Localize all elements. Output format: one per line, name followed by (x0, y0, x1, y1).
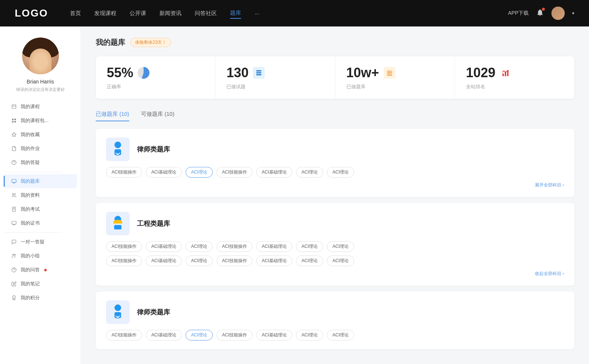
user-name: Brian Harris (27, 79, 54, 85)
svg-rect-24 (257, 72, 262, 74)
sidebar-item-course[interactable]: 我的课程 (4, 100, 77, 114)
sidebar-item-cert[interactable]: 我的证书 (4, 216, 77, 230)
tag-1r2-0[interactable]: ACI技能操作 (106, 256, 142, 266)
sidebar-label-notes: 我的笔记 (21, 281, 40, 287)
svg-point-38 (114, 304, 121, 311)
tag-0-4[interactable]: ACI基础理论 (256, 167, 292, 178)
svg-rect-2 (12, 119, 14, 120)
tag-1r2-5[interactable]: ACI理论 (296, 256, 323, 266)
notification-dot (542, 8, 545, 11)
sidebar-item-favorites[interactable]: 我的收藏 (4, 128, 77, 142)
exam-icon (11, 206, 17, 212)
tag-0-3[interactable]: ACI技能操作 (216, 167, 253, 178)
svg-rect-30 (502, 74, 504, 76)
nav-item-qbank[interactable]: 题库 (230, 8, 241, 19)
tag-2-5[interactable]: ACI理论 (296, 330, 323, 340)
sidebar-divider-2 (4, 232, 62, 233)
sidebar-item-qbank[interactable]: 我的题库 (4, 174, 77, 188)
svg-point-19 (14, 254, 16, 256)
tag-0-1[interactable]: ACI基础理论 (146, 167, 182, 178)
tag-1-0[interactable]: ACI技能操作 (106, 241, 142, 252)
tag-0-6[interactable]: ACI理论 (327, 167, 354, 178)
tag-1r2-6[interactable]: ACI理论 (327, 256, 354, 266)
stat-banks-done-top: 10w+ (346, 65, 444, 81)
logo[interactable]: LOGO (15, 7, 48, 19)
tag-0-5[interactable]: ACI理论 (296, 167, 323, 178)
qbank-card-1-icon (106, 212, 130, 235)
main-content: 我的题库 体验剩余23天！ 55% 正确率 130 (81, 26, 589, 364)
tag-1r2-1[interactable]: ACI基础理论 (146, 256, 182, 266)
user-dropdown-arrow[interactable]: ▾ (572, 11, 574, 16)
nav-item-qa[interactable]: 问答社区 (195, 8, 217, 18)
qbank-card-1-tags-row2: ACI技能操作 ACI基础理论 ACI理论 ACI技能操作 ACI基础理论 AC… (106, 256, 564, 266)
tag-1r2-3[interactable]: ACI技能操作 (216, 256, 253, 266)
svg-point-33 (114, 142, 121, 148)
nav-item-opencourse[interactable]: 公开课 (130, 8, 146, 18)
svg-marker-6 (12, 132, 16, 136)
stats-row: 55% 正确率 130 已做试题 10w+ (96, 56, 574, 99)
tag-1-3[interactable]: ACI技能操作 (216, 241, 253, 252)
qbank-card-1-tags-row1: ACI技能操作 ACI基础理论 ACI理论 ACI技能操作 ACI基础理论 AC… (106, 241, 564, 252)
expand-button-0[interactable]: 展开全部科目 › (535, 182, 564, 188)
tag-1-2[interactable]: ACI理论 (186, 241, 213, 252)
sidebar-divider-1 (4, 172, 62, 172)
tag-1-1[interactable]: ACI基础理论 (146, 241, 182, 252)
question-icon (11, 160, 17, 165)
stat-banks-done: 10w+ 已做题库 (335, 56, 455, 99)
sidebar-label-1on1: 一对一答疑 (21, 239, 45, 245)
sidebar-item-materials[interactable]: 我的资料 (4, 188, 77, 202)
sidebar-item-questions[interactable]: 我的答疑 (4, 156, 77, 169)
sidebar-item-exam[interactable]: 我的考试 (4, 202, 77, 216)
sidebar-label-course: 我的课程 (21, 103, 40, 110)
tag-1-4[interactable]: ACI基础理论 (256, 241, 292, 252)
tab-available[interactable]: 可做题库 (10) (141, 108, 174, 121)
notification-bell[interactable] (536, 8, 544, 18)
qa-notification-dot (44, 269, 47, 271)
nav-item-home[interactable]: 首页 (70, 8, 81, 18)
tag-1-6[interactable]: ACI理论 (327, 241, 354, 252)
avatar-face (29, 49, 52, 74)
sidebar-label-points: 我的积分 (21, 295, 40, 301)
tag-1r2-4[interactable]: ACI基础理论 (256, 256, 292, 266)
sidebar: Brian Harris 错误的决定比没有决定要好 我的课程 我的课程包... (0, 26, 81, 364)
tag-1r2-2[interactable]: ACI理论 (186, 256, 213, 266)
qbank-card-1-title: 工程类题库 (137, 219, 170, 228)
sidebar-item-points[interactable]: 我的积分 (4, 291, 77, 305)
collapse-button-1[interactable]: 收起全部科目 › (535, 271, 564, 277)
tag-0-0[interactable]: ACI技能操作 (106, 167, 142, 178)
package-icon (11, 118, 17, 124)
sidebar-item-group[interactable]: 我的小组 (4, 249, 77, 263)
sidebar-item-notes[interactable]: 我的笔记 (4, 277, 77, 291)
tab-done[interactable]: 已做题库 (10) (96, 108, 129, 121)
tabs-bar: 已做题库 (10) 可做题库 (10) (96, 108, 574, 121)
tag-2-6[interactable]: ACI理论 (327, 330, 354, 340)
nav-item-discover[interactable]: 发现课程 (94, 8, 116, 18)
tag-2-4[interactable]: ACI基础理论 (256, 330, 292, 340)
qbank-card-1-header: 工程类题库 (106, 212, 564, 235)
nav-item-news[interactable]: 新闻资讯 (159, 8, 181, 18)
sidebar-label-group: 我的小组 (21, 253, 40, 259)
sidebar-item-homework[interactable]: 我的作业 (4, 142, 77, 156)
stat-questions-done-label: 已做试题 (226, 83, 324, 90)
nav-item-more[interactable]: ··· (254, 9, 259, 18)
qbank-card-0-title: 律师类题库 (137, 145, 170, 154)
tag-2-0[interactable]: ACI技能操作 (106, 330, 142, 340)
points-icon (11, 295, 17, 301)
tag-1-5[interactable]: ACI理论 (296, 241, 323, 252)
svg-point-12 (13, 193, 14, 195)
tag-0-2[interactable]: ACI理论 (186, 167, 213, 178)
tag-2-1[interactable]: ACI基础理论 (146, 330, 182, 340)
stat-banks-done-value: 10w+ (346, 65, 379, 81)
user-avatar[interactable] (551, 7, 565, 20)
tag-2-3[interactable]: ACI技能操作 (216, 330, 253, 340)
tag-2-2[interactable]: ACI理论 (186, 330, 213, 340)
app-download-button[interactable]: APP下载 (508, 10, 529, 17)
svg-rect-26 (387, 71, 392, 72)
sidebar-label-materials: 我的资料 (21, 192, 40, 199)
sidebar-label-qbank: 我的题库 (21, 178, 40, 185)
sidebar-item-qa[interactable]: 我的问答 (4, 263, 77, 277)
sidebar-label-homework: 我的作业 (21, 145, 40, 152)
sidebar-item-1on1[interactable]: 一对一答疑 (4, 235, 77, 249)
sidebar-item-package[interactable]: 我的课程包... (4, 114, 77, 128)
trial-badge: 体验剩余23天！ (130, 38, 171, 47)
